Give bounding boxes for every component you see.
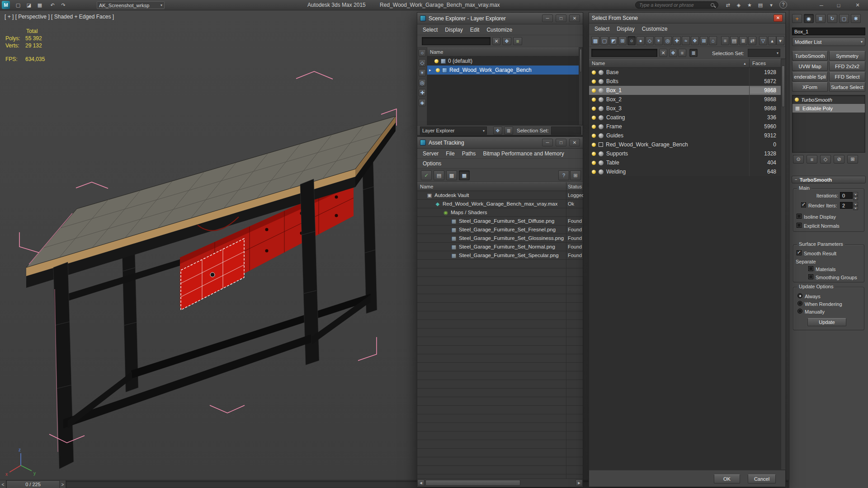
filter-funnel-icon[interactable]: ▽ — [759, 36, 767, 45]
object-row-guides[interactable]: Guides9312 — [589, 131, 781, 140]
next-frame-button[interactable]: > — [60, 480, 66, 488]
menu-display[interactable]: Display — [441, 25, 466, 34]
display-helpers-icon[interactable]: ✚ — [673, 36, 681, 45]
object-row-coating[interactable]: Coating336 — [589, 113, 781, 122]
asset-row-normal[interactable]: ▦Steel_Garage_Furniture_Set_Normal.pngFo… — [417, 243, 583, 251]
grid-view-icon[interactable]: ▦ — [459, 170, 470, 180]
hscroll-thumb[interactable] — [425, 480, 520, 486]
menu-file[interactable]: File — [442, 149, 458, 158]
menu-paths[interactable]: Paths — [458, 149, 480, 158]
modifier-enable-bulb-icon[interactable] — [795, 98, 799, 102]
spinner-down-icon[interactable]: ▾ — [853, 196, 858, 200]
object-list-scrollbar[interactable] — [781, 59, 786, 470]
render-iters-field[interactable]: 2 — [840, 202, 853, 209]
update-button[interactable]: Update — [807, 318, 846, 326]
maximize-button[interactable]: □ — [556, 139, 566, 146]
display-spacewarps-icon[interactable]: ≈ — [682, 36, 690, 45]
smooth-result-checkbox[interactable] — [797, 250, 802, 255]
object-row-bolts[interactable]: Bolts5872 — [589, 77, 781, 86]
layers-icon[interactable]: ❖ — [493, 127, 502, 135]
filter-materials-icon[interactable]: ◈ — [419, 99, 426, 106]
menu-edit[interactable]: Edit — [467, 25, 483, 34]
asset-row-fresnel[interactable]: ▦Steel_Garage_Furniture_Set_Fresnel.pngF… — [417, 225, 583, 234]
stack-item-turbosmooth[interactable]: TurboSmooth — [793, 95, 865, 104]
minimize-button[interactable]: ─ — [542, 14, 553, 22]
display-groups-icon[interactable]: ❖ — [691, 36, 699, 45]
modifier-list-dropdown[interactable]: Modifier List ▾ — [792, 38, 865, 46]
layer-visibility-bulb-icon[interactable] — [434, 59, 439, 63]
select-all-icon[interactable]: ▩ — [591, 36, 599, 45]
select-instances-icon[interactable]: ⊞ — [618, 36, 627, 45]
display-all-icon[interactable]: ○ — [627, 36, 636, 45]
selection-set-dropdown[interactable] — [551, 127, 581, 135]
select-none-icon[interactable]: ▢ — [600, 36, 609, 45]
frame-readout[interactable]: 0 / 225 — [6, 480, 60, 488]
details-view-icon[interactable]: ▤ — [730, 36, 738, 45]
pin-stack-icon[interactable]: ⊙ — [793, 155, 804, 164]
modifier-button-surface-select[interactable]: Surface Select — [829, 82, 865, 92]
clear-search-icon[interactable]: ✕ — [492, 37, 500, 45]
object-row-base[interactable]: Base1928 — [589, 68, 781, 77]
scene-explorer-titlebar[interactable]: Scene Explorer - Layer Explorer ─ □ ✕ — [417, 13, 583, 24]
object-row-frame[interactable]: Frame5960 — [589, 122, 781, 131]
favorites-icon[interactable]: ★ — [745, 1, 754, 9]
search-settings-icon[interactable]: ≡ — [678, 49, 686, 57]
asset-hscrollbar[interactable]: ◂ ▸ — [417, 479, 583, 486]
asset-tracking-titlebar[interactable]: Asset Tracking ─ □ ✕ — [417, 137, 583, 149]
modifier-button-renderable-spline[interactable]: enderable Spli — [792, 72, 828, 81]
pick-mode-icon[interactable]: ❖ — [669, 49, 677, 57]
sync-selection-icon[interactable]: ⇄ — [748, 36, 756, 45]
menu-select[interactable]: Select — [419, 25, 441, 34]
modifier-button-xform[interactable]: XForm — [792, 82, 828, 92]
menu-options[interactable]: Options — [419, 159, 445, 168]
minimize-button[interactable]: ─ — [542, 139, 553, 146]
iterations-field[interactable]: 0 — [840, 192, 853, 199]
explicit-normals-checkbox[interactable] — [797, 223, 802, 228]
object-name-field[interactable]: Box_1 — [792, 28, 865, 35]
asset-name-header[interactable]: Name — [417, 182, 566, 191]
layer-visibility-bulb-icon[interactable] — [436, 68, 440, 72]
select-from-scene-titlebar[interactable]: Select From Scene ✕ — [589, 13, 785, 23]
pick-mode-icon[interactable]: ❖ — [502, 37, 511, 45]
tree-view-icon[interactable]: ≣ — [739, 36, 747, 45]
ok-button[interactable]: OK — [714, 474, 740, 483]
list-view-icon[interactable]: ≡ — [721, 36, 729, 45]
visibility-bulb-icon[interactable] — [592, 89, 596, 93]
menu-bitmap-performance[interactable]: Bitmap Performance and Memory — [479, 149, 567, 158]
expand-all-icon[interactable]: ▴ — [768, 36, 776, 45]
faces-column-header[interactable]: Faces — [749, 59, 781, 68]
layer-row-default[interactable]: 0 (default) — [427, 56, 579, 66]
modifier-button-turbosmooth[interactable]: TurboSmooth — [792, 51, 828, 61]
menu-customize[interactable]: Customize — [483, 25, 516, 34]
modify-tab-icon[interactable]: ◉ — [804, 14, 814, 23]
visibility-bulb-icon[interactable] — [592, 134, 596, 138]
filter-shapes-icon[interactable]: ◇ — [419, 59, 426, 66]
explorer-mode-dropdown[interactable]: Layer Explorer ▾ — [420, 127, 487, 135]
filter-helpers-icon[interactable]: ✚ — [419, 89, 426, 96]
search-icon[interactable] — [711, 3, 714, 7]
app-maximize-button[interactable]: □ — [831, 1, 846, 9]
scene-search-input[interactable] — [422, 37, 491, 45]
modifier-button-ffd-select[interactable]: FFD Select — [829, 72, 865, 81]
menu-customize[interactable]: Customize — [638, 24, 671, 33]
filter-lights-icon[interactable]: ☀ — [419, 69, 426, 76]
visibility-bulb-icon[interactable] — [592, 125, 596, 129]
infocenter-search[interactable] — [635, 1, 718, 9]
object-row-welding[interactable]: Welding648 — [589, 167, 781, 176]
isoline-display-checkbox[interactable] — [797, 214, 802, 219]
utilities-tab-icon[interactable]: ✱ — [851, 14, 861, 23]
apps-icon[interactable]: ▤ — [756, 1, 765, 9]
display-cameras-icon[interactable]: ◎ — [664, 36, 672, 45]
prev-frame-button[interactable]: < — [0, 480, 6, 488]
visibility-bulb-icon[interactable] — [592, 143, 596, 147]
close-button[interactable]: ✕ — [569, 139, 580, 146]
display-tab-icon[interactable]: ▢ — [839, 14, 849, 23]
display-xrefs-icon[interactable]: ⊠ — [700, 36, 708, 45]
close-button[interactable]: ✕ — [774, 14, 783, 22]
always-radio[interactable] — [797, 293, 802, 298]
show-end-result-icon[interactable]: ≡ — [807, 155, 817, 164]
object-row-box1[interactable]: Box_19868 — [589, 86, 781, 95]
stack-item-editable-poly[interactable]: ▦ Editable Poly — [793, 104, 865, 113]
selection-set-dropdown[interactable]: ▾ — [748, 49, 780, 57]
modifier-button-symmetry[interactable]: Symmetry — [829, 51, 865, 61]
